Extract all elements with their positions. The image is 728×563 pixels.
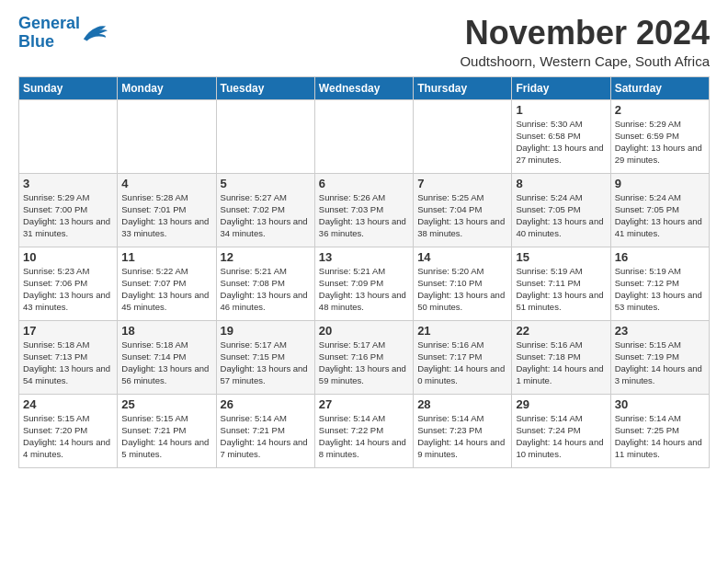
day-info: Sunrise: 5:15 AM Sunset: 7:21 PM Dayligh… (121, 412, 211, 461)
day-cell-2-5: 15Sunrise: 5:19 AM Sunset: 7:11 PM Dayli… (512, 247, 610, 320)
day-info: Sunrise: 5:21 AM Sunset: 7:08 PM Dayligh… (221, 265, 311, 314)
week-row-0: 1Sunrise: 5:30 AM Sunset: 6:58 PM Daylig… (19, 99, 710, 173)
day-info: Sunrise: 5:24 AM Sunset: 7:05 PM Dayligh… (516, 191, 606, 240)
day-cell-2-4: 14Sunrise: 5:20 AM Sunset: 7:10 PM Dayli… (414, 247, 512, 320)
calendar-table: Sunday Monday Tuesday Wednesday Thursday… (18, 76, 710, 468)
day-info: Sunrise: 5:23 AM Sunset: 7:06 PM Dayligh… (23, 265, 113, 314)
day-cell-4-6: 30Sunrise: 5:14 AM Sunset: 7:25 PM Dayli… (610, 394, 709, 467)
day-cell-2-1: 11Sunrise: 5:22 AM Sunset: 7:07 PM Dayli… (118, 247, 216, 320)
day-info: Sunrise: 5:14 AM Sunset: 7:23 PM Dayligh… (417, 412, 507, 461)
day-number: 12 (221, 250, 311, 264)
day-number: 13 (319, 250, 409, 264)
day-number: 25 (121, 397, 211, 411)
logo: General Blue (18, 15, 108, 52)
header-sunday: Sunday (19, 76, 118, 99)
header-friday: Friday (512, 76, 610, 99)
day-number: 5 (221, 177, 311, 190)
day-info: Sunrise: 5:16 AM Sunset: 7:17 PM Dayligh… (417, 339, 507, 387)
day-cell-3-6: 23Sunrise: 5:15 AM Sunset: 7:19 PM Dayli… (610, 320, 709, 394)
day-number: 26 (221, 397, 311, 411)
day-cell-4-3: 27Sunrise: 5:14 AM Sunset: 7:22 PM Dayli… (314, 394, 413, 467)
day-number: 7 (417, 177, 507, 190)
logo-line1: General (18, 14, 80, 32)
day-cell-4-0: 24Sunrise: 5:15 AM Sunset: 7:20 PM Dayli… (19, 394, 118, 467)
day-info: Sunrise: 5:19 AM Sunset: 7:12 PM Dayligh… (615, 265, 705, 314)
day-number: 17 (23, 324, 113, 338)
day-info: Sunrise: 5:17 AM Sunset: 7:15 PM Dayligh… (221, 339, 311, 387)
day-number: 9 (615, 177, 705, 190)
day-number: 3 (23, 177, 113, 190)
day-info: Sunrise: 5:18 AM Sunset: 7:14 PM Dayligh… (121, 339, 211, 387)
day-cell-1-5: 8Sunrise: 5:24 AM Sunset: 7:05 PM Daylig… (512, 173, 610, 247)
day-info: Sunrise: 5:24 AM Sunset: 7:05 PM Dayligh… (615, 191, 705, 240)
day-info: Sunrise: 5:14 AM Sunset: 7:25 PM Dayligh… (615, 412, 705, 461)
day-number: 2 (615, 103, 705, 117)
day-info: Sunrise: 5:28 AM Sunset: 7:01 PM Dayligh… (121, 191, 211, 240)
day-cell-0-5: 1Sunrise: 5:30 AM Sunset: 6:58 PM Daylig… (512, 99, 610, 173)
day-info: Sunrise: 5:14 AM Sunset: 7:22 PM Dayligh… (319, 412, 409, 461)
day-cell-2-2: 12Sunrise: 5:21 AM Sunset: 7:08 PM Dayli… (216, 247, 314, 320)
day-number: 10 (23, 250, 113, 264)
day-cell-1-1: 4Sunrise: 5:28 AM Sunset: 7:01 PM Daylig… (118, 173, 216, 247)
day-number: 14 (417, 250, 507, 264)
day-number: 16 (615, 250, 705, 264)
day-info: Sunrise: 5:17 AM Sunset: 7:16 PM Dayligh… (319, 339, 409, 387)
month-title: November 2024 (460, 15, 710, 52)
day-number: 27 (319, 397, 409, 411)
day-cell-4-2: 26Sunrise: 5:14 AM Sunset: 7:21 PM Dayli… (216, 394, 314, 467)
day-info: Sunrise: 5:22 AM Sunset: 7:07 PM Dayligh… (121, 265, 211, 314)
title-block: November 2024 Oudtshoorn, Western Cape, … (460, 15, 710, 69)
day-cell-3-1: 18Sunrise: 5:18 AM Sunset: 7:14 PM Dayli… (118, 320, 216, 394)
day-cell-1-3: 6Sunrise: 5:26 AM Sunset: 7:03 PM Daylig… (314, 173, 413, 247)
day-info: Sunrise: 5:29 AM Sunset: 7:00 PM Dayligh… (23, 191, 113, 240)
day-info: Sunrise: 5:15 AM Sunset: 7:19 PM Dayligh… (615, 339, 705, 387)
day-number: 19 (221, 324, 311, 338)
day-cell-0-0 (19, 99, 118, 173)
day-cell-0-3 (314, 99, 413, 173)
day-cell-3-2: 19Sunrise: 5:17 AM Sunset: 7:15 PM Dayli… (216, 320, 314, 394)
day-number: 6 (319, 177, 409, 190)
day-number: 29 (516, 397, 606, 411)
calendar-header-row: Sunday Monday Tuesday Wednesday Thursday… (19, 76, 710, 99)
header-thursday: Thursday (414, 76, 512, 99)
day-cell-3-4: 21Sunrise: 5:16 AM Sunset: 7:17 PM Dayli… (414, 320, 512, 394)
day-cell-3-0: 17Sunrise: 5:18 AM Sunset: 7:13 PM Dayli… (19, 320, 118, 394)
header-monday: Monday (118, 76, 216, 99)
header: General Blue November 2024 Oudtshoorn, W… (18, 15, 710, 69)
day-number: 15 (516, 250, 606, 264)
day-number: 20 (319, 324, 409, 338)
day-info: Sunrise: 5:16 AM Sunset: 7:18 PM Dayligh… (516, 339, 606, 387)
location: Oudtshoorn, Western Cape, South Africa (460, 53, 710, 69)
week-row-1: 3Sunrise: 5:29 AM Sunset: 7:00 PM Daylig… (19, 173, 710, 247)
day-cell-2-0: 10Sunrise: 5:23 AM Sunset: 7:06 PM Dayli… (19, 247, 118, 320)
day-cell-2-3: 13Sunrise: 5:21 AM Sunset: 7:09 PM Dayli… (314, 247, 413, 320)
day-cell-1-2: 5Sunrise: 5:27 AM Sunset: 7:02 PM Daylig… (216, 173, 314, 247)
logo-text: General Blue (18, 15, 80, 52)
day-number: 28 (417, 397, 507, 411)
day-number: 11 (121, 250, 211, 264)
day-info: Sunrise: 5:14 AM Sunset: 7:24 PM Dayligh… (516, 412, 606, 461)
day-info: Sunrise: 5:18 AM Sunset: 7:13 PM Dayligh… (23, 339, 113, 387)
week-row-4: 24Sunrise: 5:15 AM Sunset: 7:20 PM Dayli… (19, 394, 710, 467)
day-info: Sunrise: 5:30 AM Sunset: 6:58 PM Dayligh… (516, 118, 606, 167)
day-cell-0-6: 2Sunrise: 5:29 AM Sunset: 6:59 PM Daylig… (610, 99, 709, 173)
day-info: Sunrise: 5:27 AM Sunset: 7:02 PM Dayligh… (221, 191, 311, 240)
day-cell-4-4: 28Sunrise: 5:14 AM Sunset: 7:23 PM Dayli… (414, 394, 512, 467)
day-number: 8 (516, 177, 606, 190)
week-row-3: 17Sunrise: 5:18 AM Sunset: 7:13 PM Dayli… (19, 320, 710, 394)
day-cell-0-4 (414, 99, 512, 173)
day-info: Sunrise: 5:29 AM Sunset: 6:59 PM Dayligh… (615, 118, 705, 167)
week-row-2: 10Sunrise: 5:23 AM Sunset: 7:06 PM Dayli… (19, 247, 710, 320)
day-info: Sunrise: 5:19 AM Sunset: 7:11 PM Dayligh… (516, 265, 606, 314)
day-cell-4-5: 29Sunrise: 5:14 AM Sunset: 7:24 PM Dayli… (512, 394, 610, 467)
page: General Blue November 2024 Oudtshoorn, W… (0, 0, 728, 563)
day-info: Sunrise: 5:25 AM Sunset: 7:04 PM Dayligh… (417, 191, 507, 240)
day-number: 23 (615, 324, 705, 338)
header-tuesday: Tuesday (216, 76, 314, 99)
day-cell-1-6: 9Sunrise: 5:24 AM Sunset: 7:05 PM Daylig… (610, 173, 709, 247)
header-saturday: Saturday (610, 76, 709, 99)
day-cell-0-1 (118, 99, 216, 173)
logo-bird-icon (82, 23, 108, 43)
day-info: Sunrise: 5:15 AM Sunset: 7:20 PM Dayligh… (23, 412, 113, 461)
day-cell-2-6: 16Sunrise: 5:19 AM Sunset: 7:12 PM Dayli… (610, 247, 709, 320)
